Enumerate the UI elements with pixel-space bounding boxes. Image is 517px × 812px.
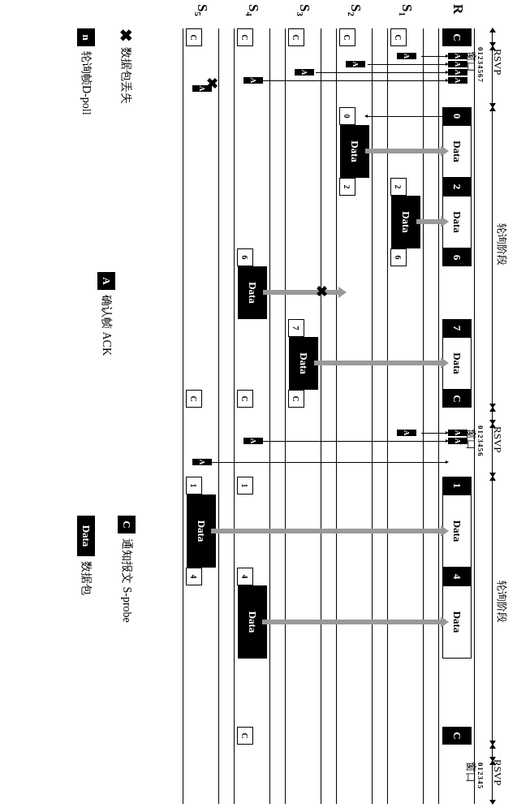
arrow-hdr <box>485 477 493 745</box>
thin-arrow-icon <box>368 64 446 65</box>
row-s3: S3 C A 7 Data C <box>285 28 321 804</box>
rx-1: 1 <box>237 477 253 495</box>
rx-4: 4 <box>237 568 253 585</box>
poll-2: 2 <box>442 178 472 196</box>
row-label-s2: S2 <box>347 4 364 16</box>
c-block: C <box>288 28 304 46</box>
rsvp1-ticks: 01234567 <box>476 47 485 83</box>
phase-label-text: 轮询阶段 <box>496 581 508 623</box>
c-block: C <box>339 28 355 46</box>
legend-text: 通知报文 S-probe <box>119 538 134 623</box>
legend-x-loss: ✖ 数据包丢失 <box>116 28 136 104</box>
phase-poll2: 轮询阶段 <box>494 581 509 623</box>
c-block: C <box>237 28 253 46</box>
a-block: A <box>397 430 416 436</box>
arrow-hdr <box>485 761 493 804</box>
legend-dpoll: n 轮询帧D-poll <box>77 28 95 115</box>
poll-7: 7 <box>442 319 472 337</box>
legend-sprobe: C 通知报文 S-probe <box>118 516 136 623</box>
c-block: C <box>442 727 472 745</box>
x-loss-icon: ✖ <box>203 77 221 89</box>
phase-label-text: 轮询阶段 <box>496 223 508 266</box>
thin-arrow-icon <box>316 72 446 73</box>
c-icon: C <box>118 516 136 533</box>
c-block: C <box>237 390 253 408</box>
arrow-hdr <box>485 408 493 424</box>
legend-text: 数据包丢失 <box>118 47 133 104</box>
x-loss-icon: ✖ <box>312 285 330 297</box>
x-icon: ✖ <box>116 28 136 42</box>
rsvp3-ticks: 012345 <box>476 762 485 789</box>
c-block: C <box>186 390 202 408</box>
a-icon: A <box>97 272 115 290</box>
a-block: A <box>448 430 467 436</box>
arrow-hdr <box>485 424 493 477</box>
thin-arrow-icon <box>421 433 446 434</box>
data-icon: Data <box>77 516 95 556</box>
row-s2: S2 C A 0 Data 2 <box>336 28 373 804</box>
legend-ack: A 确认帧 ACK <box>97 272 115 356</box>
data-arrow-icon <box>262 620 442 624</box>
thin-arrow-icon <box>421 56 446 57</box>
row-label-s3: S3 <box>295 4 312 16</box>
rx-4: 4 <box>186 568 202 585</box>
c-block: C <box>442 390 472 408</box>
data-arrow-icon <box>314 361 442 365</box>
a-block: A <box>295 69 314 76</box>
row-s5: S5 C A C A 1 Data 4 <box>183 28 219 804</box>
a-block: A <box>192 459 212 465</box>
rsvp2-ticks: 0123456 <box>476 425 485 457</box>
a-block: A <box>448 438 467 444</box>
poll-0: 0 <box>442 107 472 125</box>
rx-2: 2 <box>390 178 407 196</box>
c-block: C <box>442 28 472 46</box>
c-block: C <box>237 727 253 745</box>
row-s4: S4 C A 6 Data C A 1 4 Data C <box>234 28 270 804</box>
poll-1: 1 <box>442 477 472 495</box>
a-block: A <box>243 438 263 444</box>
legend-text: 轮询帧D-poll <box>79 51 93 115</box>
arrow-hdr <box>485 46 493 107</box>
rx-0: 0 <box>339 107 355 125</box>
legend-data: Data 数据包 <box>77 516 95 595</box>
data-arrow-icon <box>365 149 442 153</box>
row-s1: S1 C A 2 Data 6 A <box>387 28 424 804</box>
page: RSVP 窗口 轮询阶段 RSVP 窗口 轮询阶段 RSVP 窗口 012345… <box>0 0 517 517</box>
a-block: A <box>448 53 467 59</box>
row-label-s5: S5 <box>193 4 210 16</box>
thin-arrow-icon <box>368 116 446 117</box>
thin-arrow-icon <box>263 80 446 81</box>
a-block: A <box>448 61 467 67</box>
rx-1: 1 <box>186 477 202 495</box>
a-block: A <box>448 69 467 76</box>
legend-text: 数据包 <box>79 561 93 595</box>
phase-labels: RSVP 窗口 轮询阶段 RSVP 窗口 轮询阶段 RSVP 窗口 <box>485 28 517 804</box>
arrow-hdr <box>485 107 493 408</box>
data-arrow-icon <box>416 219 442 224</box>
phase-label-text: RSVP <box>492 49 504 76</box>
a-block: A <box>397 53 416 59</box>
a-block: A <box>448 77 467 84</box>
a-block: A <box>346 61 365 67</box>
rx-2: 2 <box>339 178 355 196</box>
row-label-r: R <box>450 4 466 14</box>
a-block: A <box>243 77 263 84</box>
phase-label-text: RSVP <box>492 426 504 453</box>
rx-6: 6 <box>390 248 407 266</box>
c-block: C <box>288 390 304 408</box>
rx-6: 6 <box>237 248 253 266</box>
poll-4: 4 <box>442 568 472 585</box>
timeline: 01234567 0123456 012345 R C A A A A 0 Da… <box>168 28 485 804</box>
n-icon: n <box>77 28 95 46</box>
row-label-s1: S1 <box>398 4 415 16</box>
data-arrow-icon <box>211 529 442 533</box>
thin-arrow-icon <box>210 462 446 463</box>
diagram-canvas: RSVP 窗口 轮询阶段 RSVP 窗口 轮询阶段 RSVP 窗口 012345… <box>0 0 517 812</box>
c-block: C <box>390 28 407 46</box>
phase-poll1: 轮询阶段 <box>494 223 509 266</box>
rx-7: 7 <box>288 319 304 337</box>
arrow-hdr <box>485 745 493 761</box>
legend-text: 确认帧 ACK <box>99 295 114 356</box>
thin-arrow-icon <box>263 441 446 442</box>
row-label-s4: S4 <box>244 4 261 16</box>
